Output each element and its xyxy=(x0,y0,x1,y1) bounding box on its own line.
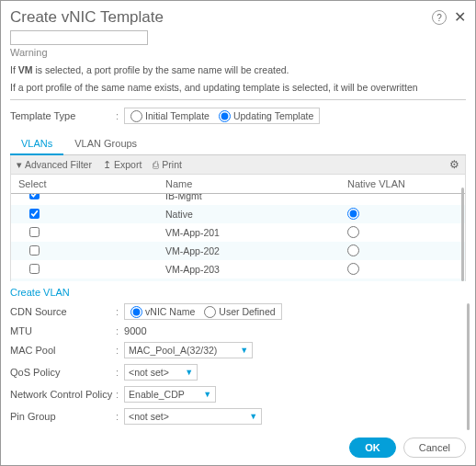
ok-button[interactable]: OK xyxy=(349,438,396,458)
tab-vlans[interactable]: VLANs xyxy=(10,133,63,155)
row-select-cell xyxy=(18,194,165,201)
info1-bold: VM xyxy=(18,64,33,75)
row-name: Native xyxy=(165,209,347,220)
colon: : xyxy=(116,110,119,121)
radio-initial-input[interactable] xyxy=(130,110,142,122)
radio-initial-template[interactable]: Initial Template xyxy=(130,110,210,122)
export-button[interactable]: ↥ Export xyxy=(103,159,142,170)
dialog-footer: OK Cancel xyxy=(10,430,466,458)
row-select-cell xyxy=(18,227,165,239)
print-icon: ⎙ xyxy=(153,159,159,170)
tabs: VLANs VLAN Groups xyxy=(10,133,466,155)
row-native-cell xyxy=(347,208,458,222)
row-checkbox[interactable] xyxy=(29,227,40,237)
row-select-cell xyxy=(18,245,165,257)
row-checkbox[interactable] xyxy=(29,209,40,219)
mac-pool-row: MAC Pool : MAC_Pool_A(32/32) ▼ xyxy=(10,342,466,358)
radio-initial-label: Initial Template xyxy=(145,110,210,121)
chevron-down-icon: ▼ xyxy=(203,390,211,399)
chevron-down-icon: ▼ xyxy=(240,346,248,355)
form-scrollbar[interactable] xyxy=(467,303,470,430)
radio-user-defined[interactable]: User Defined xyxy=(204,306,275,318)
net-ctrl-policy-value: Enable_CDP xyxy=(129,389,185,400)
vlan-table: Select Name Native VLAN IB-MgmtNativeVM-… xyxy=(10,175,466,281)
dialog-header: Create vNIC Template ? ✕ xyxy=(10,8,466,27)
grid-header: Select Name Native VLAN xyxy=(11,175,465,194)
table-scrollbar[interactable] xyxy=(461,188,464,281)
mac-pool-label: MAC Pool xyxy=(10,345,116,356)
cancel-button[interactable]: Cancel xyxy=(403,438,466,458)
radio-user-label: User Defined xyxy=(219,306,275,317)
radio-vnic-name[interactable]: vNIC Name xyxy=(130,306,195,318)
info1-post: is selected, a port profile by the same … xyxy=(33,64,289,75)
net-ctrl-policy-label: Network Control Policy xyxy=(10,389,116,400)
table-row: VM-App-201 xyxy=(11,223,465,242)
row-native-cell xyxy=(347,226,458,240)
mtu-row: MTU : 9000 xyxy=(10,325,466,336)
pin-group-value: <not set> xyxy=(129,411,169,422)
pin-group-row: Pin Group : <not set> ▼ xyxy=(10,408,466,425)
print-label: Print xyxy=(162,159,182,170)
close-icon[interactable]: ✕ xyxy=(454,10,466,25)
filter-icon: ▾ xyxy=(17,159,22,170)
row-name: IB-Mgmt xyxy=(165,194,347,201)
row-checkbox[interactable] xyxy=(29,264,40,274)
print-button[interactable]: ⎙ Print xyxy=(153,159,182,170)
info-text-1: If VM is selected, a port profile by the… xyxy=(10,63,466,77)
qos-policy-row: QoS Policy : <not set> ▼ xyxy=(10,364,466,381)
col-name[interactable]: Name xyxy=(165,178,347,189)
table-row: Native xyxy=(11,205,465,223)
qos-policy-select[interactable]: <not set> ▼ xyxy=(124,364,198,381)
mac-pool-select[interactable]: MAC_Pool_A(32/32) ▼ xyxy=(124,342,253,358)
info1-pre: If xyxy=(10,64,18,75)
radio-vnic-input[interactable] xyxy=(130,306,142,318)
row-name: VM-App-202 xyxy=(165,245,347,256)
dialog-title: Create vNIC Template xyxy=(10,8,164,27)
header-icons: ? ✕ xyxy=(432,10,466,25)
table-row: VM-App-203 xyxy=(11,260,465,278)
pin-group-select[interactable]: <not set> ▼ xyxy=(124,408,262,425)
radio-vnic-label: vNIC Name xyxy=(145,306,195,317)
col-select[interactable]: Select xyxy=(18,178,165,189)
tab-vlan-groups[interactable]: VLAN Groups xyxy=(63,133,148,154)
chevron-down-icon: ▼ xyxy=(185,368,193,377)
dialog: Create vNIC Template ? ✕ Warning If VM i… xyxy=(1,1,475,465)
mtu-value: 9000 xyxy=(124,325,146,336)
mac-pool-value: MAC_Pool_A(32/32) xyxy=(129,345,217,356)
row-name: VM-App-201 xyxy=(165,227,347,238)
table-row: VM-App-202 xyxy=(11,242,465,260)
radio-updating-input[interactable] xyxy=(219,110,231,122)
advanced-filter-button[interactable]: ▾ Advanced Filter xyxy=(17,159,92,170)
radio-user-input[interactable] xyxy=(204,306,216,318)
warning-box xyxy=(10,30,148,45)
template-type-row: Template Type : Initial Template Updatin… xyxy=(10,108,466,124)
net-ctrl-policy-select[interactable]: Enable_CDP ▼ xyxy=(124,386,216,403)
warning-label: Warning xyxy=(10,47,466,58)
adv-filter-label: Advanced Filter xyxy=(25,159,92,170)
form-area: CDN Source : vNIC Name User Defined MTU … xyxy=(10,303,466,430)
native-vlan-radio[interactable] xyxy=(347,208,359,220)
help-icon[interactable]: ? xyxy=(432,10,447,25)
row-select-cell xyxy=(18,209,165,221)
row-checkbox[interactable] xyxy=(29,194,40,199)
row-select-cell xyxy=(18,264,165,276)
grid-toolbar: ▾ Advanced Filter ↥ Export ⎙ Print ⚙ xyxy=(10,155,466,175)
radio-updating-template[interactable]: Updating Template xyxy=(219,110,313,122)
cdn-source-row: CDN Source : vNIC Name User Defined xyxy=(10,303,466,320)
info-text-2: If a port profile of the same name exist… xyxy=(10,81,466,95)
export-icon: ↥ xyxy=(103,159,111,170)
native-vlan-radio[interactable] xyxy=(347,226,359,238)
net-ctrl-policy-row: Network Control Policy : Enable_CDP ▼ xyxy=(10,386,466,403)
native-vlan-radio[interactable] xyxy=(347,263,359,275)
export-label: Export xyxy=(114,159,142,170)
row-native-cell xyxy=(347,244,458,258)
qos-policy-label: QoS Policy xyxy=(10,367,116,378)
col-native[interactable]: Native VLAN xyxy=(347,178,458,189)
gear-icon[interactable]: ⚙ xyxy=(449,158,459,171)
native-vlan-radio[interactable] xyxy=(347,244,359,256)
mtu-label: MTU xyxy=(10,325,116,336)
create-vlan-link[interactable]: Create VLAN xyxy=(10,281,466,303)
row-checkbox[interactable] xyxy=(29,245,40,256)
table-row: IB-Mgmt xyxy=(11,194,465,205)
cdn-source-label: CDN Source xyxy=(10,306,116,317)
